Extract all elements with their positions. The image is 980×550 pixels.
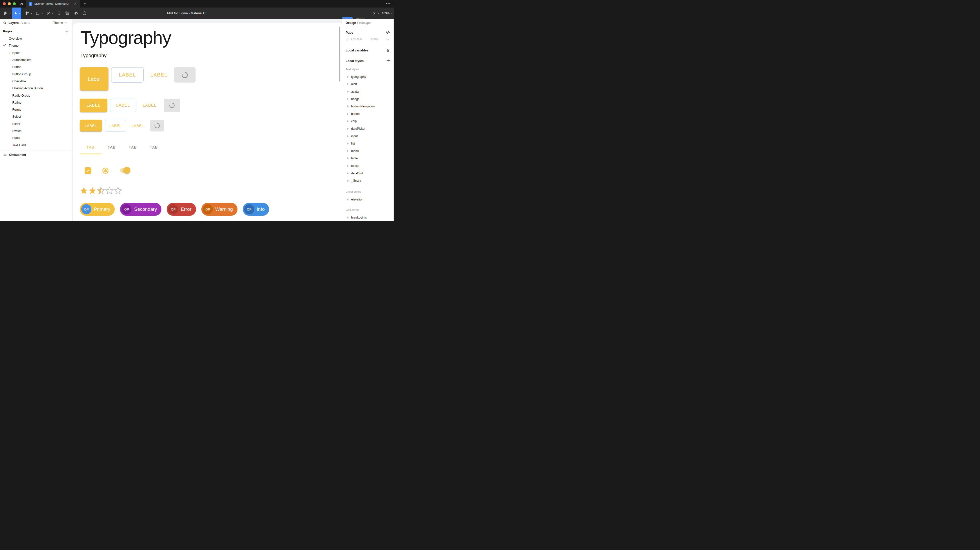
- page-color-row[interactable]: F3F4F6 100%: [346, 38, 379, 41]
- pen-tool-button[interactable]: [45, 8, 51, 19]
- contained-button-large[interactable]: Label: [80, 67, 108, 91]
- disclosure-triangle-icon[interactable]: [347, 105, 349, 107]
- style-item-breakpoints[interactable]: breakpoints: [342, 214, 394, 221]
- outlined-button-medium[interactable]: LABEL: [110, 99, 136, 112]
- move-tool-button[interactable]: [12, 8, 21, 19]
- tab-item[interactable]: TAB: [143, 141, 164, 153]
- variables-sliders-icon[interactable]: [386, 48, 390, 52]
- chip-secondary[interactable]: OP Secondary: [120, 203, 161, 216]
- disclosure-triangle-icon[interactable]: [347, 128, 349, 130]
- disclosure-triangle-icon[interactable]: [347, 180, 349, 182]
- star-empty-icon[interactable]: [114, 186, 122, 195]
- eye-closed-icon[interactable]: [386, 37, 390, 41]
- add-page-button[interactable]: [64, 29, 69, 33]
- star-half-icon[interactable]: [97, 186, 105, 195]
- page-color-opacity[interactable]: 100%: [371, 38, 379, 41]
- radio-selected[interactable]: [102, 168, 108, 173]
- disclosure-triangle-icon[interactable]: [347, 172, 349, 174]
- disclosure-triangle-icon[interactable]: [347, 216, 349, 219]
- disclosure-triangle-icon[interactable]: [347, 76, 349, 78]
- disclosure-triangle-icon[interactable]: [347, 135, 349, 137]
- loading-button-small[interactable]: [150, 120, 164, 132]
- style-item-tooltip[interactable]: tooltip: [342, 162, 394, 170]
- tab-item-active[interactable]: TAB: [80, 141, 101, 153]
- style-item-list[interactable]: list: [342, 140, 394, 147]
- style-item-avatar[interactable]: avatar: [342, 88, 394, 95]
- disclosure-triangle-icon[interactable]: [347, 199, 349, 200]
- close-tab-icon[interactable]: ✕: [73, 2, 78, 6]
- disclosure-triangle-icon[interactable]: [347, 143, 349, 145]
- contained-button-small[interactable]: LABEL: [80, 120, 102, 132]
- search-icon[interactable]: [3, 21, 7, 25]
- outlined-button-small[interactable]: LABEL: [105, 120, 126, 132]
- page-dropdown[interactable]: Theme: [53, 21, 67, 25]
- loading-button-medium[interactable]: [164, 99, 180, 112]
- chip-error[interactable]: OP Error: [167, 203, 196, 216]
- star-empty-icon[interactable]: [105, 186, 114, 195]
- chip-warning[interactable]: OP Warning: [201, 203, 237, 216]
- style-item-datePicker[interactable]: datePicker: [342, 125, 394, 132]
- page-item-radio-group[interactable]: Radio Group: [0, 92, 72, 99]
- text-tool-button[interactable]: [56, 8, 62, 19]
- disclosure-triangle-icon[interactable]: [347, 83, 349, 85]
- pen-tool-chevron-icon[interactable]: [51, 8, 54, 19]
- style-item-dataGrid[interactable]: dataGrid: [342, 170, 394, 177]
- present-button[interactable]: [372, 11, 376, 15]
- switch-on[interactable]: [120, 168, 129, 173]
- tab-layers[interactable]: Layers: [8, 21, 19, 25]
- contained-button-medium[interactable]: LABEL: [80, 99, 107, 112]
- comment-tool-button[interactable]: [81, 8, 88, 19]
- star-full-icon[interactable]: [80, 186, 88, 195]
- text-button-small[interactable]: LABEL: [129, 120, 146, 132]
- checkbox-checked[interactable]: [84, 167, 91, 174]
- style-item-bottomNavigation[interactable]: bottomNavigation: [342, 103, 394, 110]
- present-chevron-icon[interactable]: [377, 13, 379, 14]
- disclosure-triangle-icon[interactable]: [347, 120, 349, 122]
- text-button-medium[interactable]: LABEL: [140, 99, 160, 112]
- page-item-switch[interactable]: Switch: [0, 127, 72, 135]
- zoom-menu[interactable]: 163%: [382, 8, 393, 19]
- page-item-floating-action-button[interactable]: Floating Action Button: [0, 85, 72, 92]
- rating-2.5-stars[interactable]: [80, 186, 122, 195]
- page-item-rating[interactable]: Rating: [0, 99, 72, 106]
- style-item-menu[interactable]: menu: [342, 147, 394, 155]
- outlined-button-large[interactable]: LABEL: [111, 67, 143, 83]
- tab-design[interactable]: Design: [346, 21, 356, 25]
- maximize-window-button[interactable]: [13, 2, 16, 5]
- canvas-scrollbar[interactable]: [339, 27, 340, 81]
- frame-tool-chevron-icon[interactable]: [30, 8, 33, 19]
- chip-info[interactable]: OP Info: [243, 203, 269, 216]
- main-menu-chevron-icon[interactable]: [8, 8, 11, 19]
- page-item-inputs[interactable]: ↓Inputs: [0, 49, 72, 56]
- page-item-autocomplete[interactable]: Autocomplete: [0, 56, 72, 64]
- disclosure-triangle-icon[interactable]: [347, 113, 349, 115]
- home-button[interactable]: [18, 0, 25, 8]
- loading-button-large[interactable]: [174, 67, 196, 83]
- style-item-library[interactable]: _library: [342, 177, 394, 184]
- style-item-input[interactable]: input: [342, 132, 394, 140]
- main-menu-button[interactable]: [2, 8, 8, 19]
- tab-item[interactable]: TAB: [122, 141, 143, 153]
- style-item-button[interactable]: button: [342, 110, 394, 118]
- switch-thumb[interactable]: [124, 167, 130, 173]
- canvas[interactable]: Typography Typography Label LABEL LABEL …: [72, 19, 342, 221]
- style-item-alert[interactable]: alert: [342, 81, 394, 88]
- disclosure-triangle-icon[interactable]: [347, 91, 349, 92]
- page-item-slider[interactable]: Slider: [0, 121, 72, 127]
- page-item-stack[interactable]: Stack: [0, 135, 72, 141]
- shape-tool-chevron-icon[interactable]: [41, 8, 44, 19]
- minimize-window-button[interactable]: [8, 2, 11, 5]
- shape-tool-button[interactable]: [35, 8, 41, 19]
- page-item-theme[interactable]: Theme: [0, 42, 72, 49]
- new-tab-button[interactable]: +: [82, 1, 88, 7]
- disclosure-triangle-icon[interactable]: [347, 165, 349, 167]
- page-item-button-group[interactable]: Button Group: [0, 70, 72, 78]
- disclosure-triangle-icon[interactable]: [347, 98, 349, 100]
- tab-prototype[interactable]: Prototype: [357, 21, 371, 25]
- page-item-checkbox[interactable]: Checkbox: [0, 78, 72, 85]
- page-color-hex[interactable]: F3F4F6: [351, 38, 365, 41]
- file-tab[interactable]: MUI for Figma - Material UI ✕: [26, 0, 80, 8]
- disclosure-triangle-icon[interactable]: [347, 150, 349, 152]
- page-item-select[interactable]: Select: [0, 113, 72, 120]
- disclosure-triangle-icon[interactable]: [347, 157, 349, 159]
